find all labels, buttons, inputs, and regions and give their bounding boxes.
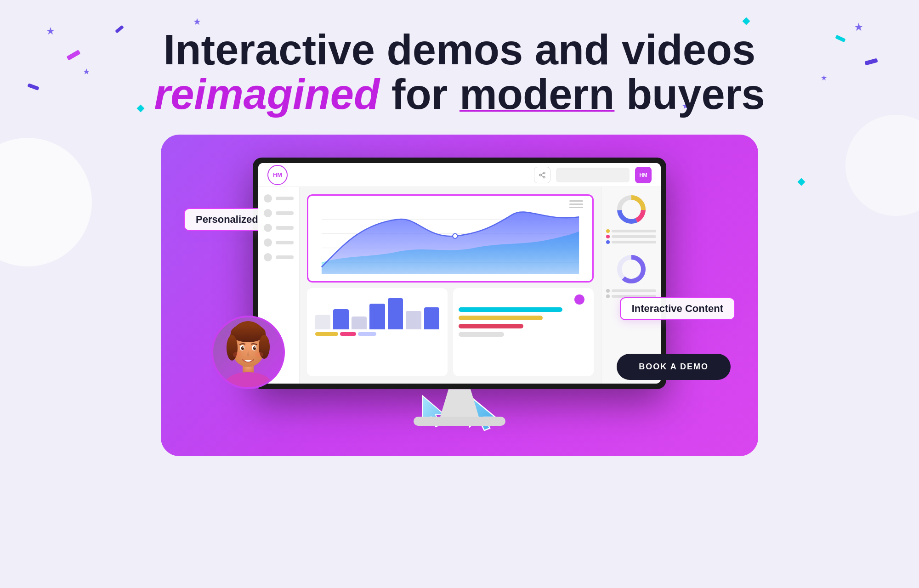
dot-yellow (606, 229, 610, 233)
sidebar-icon-2 (264, 209, 272, 217)
dot-gray-2 (606, 294, 610, 298)
heading-line2: reimagined for modern buyers (0, 72, 919, 117)
heading-line1: Interactive demos and videos (0, 28, 919, 72)
label-bar-4 (612, 289, 656, 292)
screen-main (300, 187, 601, 384)
svg-point-9 (453, 234, 457, 238)
avatar-svg (216, 316, 280, 389)
screen-content (258, 187, 661, 384)
sidebar-icon-1 (264, 194, 272, 203)
monitor-base (414, 417, 505, 426)
heading-buyers-text: buyers (614, 71, 765, 118)
bar-6 (406, 311, 421, 329)
donut-chart-1 (606, 193, 656, 244)
data-bar-1 (459, 307, 562, 312)
sidebar-text-5 (276, 255, 294, 259)
topbar-avatar-text: HM (639, 172, 647, 178)
monitor-stand (432, 389, 487, 417)
svg-line-3 (541, 175, 544, 177)
svg-point-27 (243, 347, 244, 348)
heading-line1-text: Interactive demos and videos (164, 26, 755, 73)
bar-5 (388, 298, 403, 329)
interactive-content-text: Interactive Content (632, 303, 723, 314)
modern-text: modern (460, 71, 614, 118)
reimagined-text: reimagined (154, 71, 380, 118)
svg-point-29 (233, 352, 241, 357)
interactive-content-label: Interactive Content (620, 297, 735, 320)
small-bar-3 (358, 332, 376, 336)
donut-svg-2 (615, 253, 647, 285)
chart-line-2 (569, 204, 583, 205)
donut-2-label-1 (606, 289, 656, 293)
svg-point-2 (543, 176, 545, 178)
share-button[interactable] (534, 167, 550, 183)
monitor-wrapper: Personalized Tours HM (161, 135, 758, 426)
bar-bottom-row (312, 329, 443, 336)
dot-gray-1 (606, 289, 610, 293)
data-dot (574, 294, 584, 305)
label-bar-2 (612, 235, 656, 238)
bar-1 (315, 315, 330, 329)
sidebar-text-1 (276, 197, 294, 200)
screen-topbar: HM HM (258, 163, 661, 187)
bar-3 (352, 317, 367, 329)
svg-line-4 (541, 173, 544, 175)
data-card (453, 288, 594, 376)
svg-point-1 (539, 174, 541, 176)
chart-lines (569, 200, 583, 208)
svg-point-0 (543, 172, 545, 174)
url-bar (556, 168, 630, 182)
donut-1-label-3 (606, 240, 656, 244)
avatar-person (211, 316, 285, 389)
donut-svg-1 (615, 193, 647, 226)
book-demo-text: BOOK A DEMO (639, 362, 709, 371)
donut-chart-2 (606, 253, 656, 298)
sidebar-item-3 (264, 224, 294, 232)
chart-card (307, 194, 594, 283)
svg-point-26 (253, 346, 256, 350)
donut-1-labels (606, 229, 656, 244)
dot-pink (606, 235, 610, 238)
sidebar-item-2 (264, 209, 294, 217)
dot-blue (606, 240, 610, 244)
bar-chart-inner (312, 293, 443, 329)
sidebar-icon-5 (264, 253, 272, 261)
label-bar-3 (612, 241, 656, 243)
heading-for-text: for (380, 71, 460, 118)
bar-2 (333, 309, 348, 329)
donut-1-label-2 (606, 235, 656, 238)
screen-logo-text: HM (273, 171, 282, 178)
monitor-section: Personalized Tours HM (0, 135, 919, 426)
svg-point-25 (241, 346, 244, 350)
sidebar-item-1 (264, 194, 294, 203)
small-bar-1 (315, 332, 338, 336)
sidebar-text-2 (276, 211, 294, 215)
svg-point-28 (255, 347, 255, 348)
small-bar-2 (340, 332, 356, 336)
screen-logo: HM (267, 165, 288, 185)
topbar-avatar: HM (635, 167, 652, 183)
monitor-stand-area (161, 389, 758, 426)
sidebar-icon-3 (264, 224, 272, 232)
chart-line-1 (569, 200, 583, 202)
sidebar-text-3 (276, 226, 294, 230)
data-bar-2 (459, 316, 543, 320)
screen-topbar-right: HM (534, 167, 652, 183)
area-chart-svg (313, 200, 588, 277)
data-bar-4 (459, 332, 504, 337)
data-bar-3 (459, 324, 523, 328)
svg-point-30 (255, 352, 263, 357)
sidebar-text-4 (276, 241, 294, 244)
sidebar-item-4 (264, 238, 294, 247)
hero-heading: Interactive demos and videos reimagined … (0, 0, 919, 116)
monitor-screen: HM HM (258, 163, 661, 384)
bar-7 (424, 307, 439, 329)
book-demo-button[interactable]: BOOK A DEMO (617, 354, 731, 380)
chart-line-3 (569, 207, 583, 208)
bar-4 (369, 304, 385, 329)
sidebar-item-5 (264, 253, 294, 261)
donut-1-label-1 (606, 229, 656, 233)
data-bars (459, 307, 588, 337)
donut-2-labels (606, 289, 656, 298)
monitor-frame: HM HM (253, 158, 666, 389)
